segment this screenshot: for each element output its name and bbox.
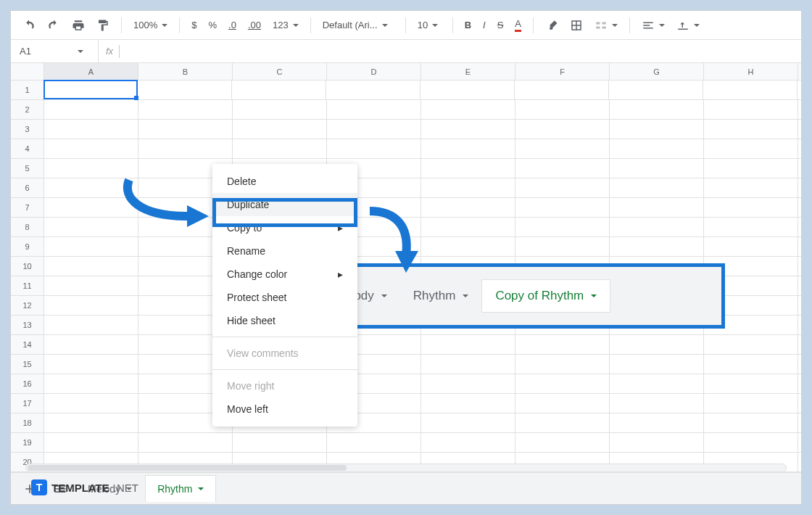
cell[interactable] xyxy=(703,81,798,99)
cell[interactable] xyxy=(704,159,798,178)
cell[interactable] xyxy=(704,335,798,354)
cell[interactable] xyxy=(421,394,515,413)
cell[interactable] xyxy=(326,81,420,99)
cell[interactable] xyxy=(420,81,515,99)
percent-button[interactable]: % xyxy=(204,17,221,33)
row-header-11[interactable]: 11 xyxy=(11,276,44,295)
text-color-button[interactable]: A xyxy=(510,15,526,35)
cell[interactable] xyxy=(704,198,798,217)
redo-button[interactable] xyxy=(43,16,65,35)
cell[interactable] xyxy=(44,276,138,295)
select-all-corner[interactable] xyxy=(11,63,44,80)
formula-input[interactable] xyxy=(125,46,415,57)
cell[interactable] xyxy=(44,296,138,315)
column-header-D[interactable]: D xyxy=(327,63,421,80)
row-header-13[interactable]: 13 xyxy=(11,316,44,334)
cell[interactable] xyxy=(610,159,704,178)
cell[interactable] xyxy=(610,413,704,432)
column-header-E[interactable]: E xyxy=(421,63,515,80)
cell[interactable] xyxy=(515,178,610,197)
cell[interactable] xyxy=(610,120,704,139)
strikethrough-button[interactable]: S xyxy=(493,17,508,33)
cell[interactable] xyxy=(138,81,232,99)
cell[interactable] xyxy=(610,100,704,119)
cell[interactable] xyxy=(233,433,327,452)
cell[interactable] xyxy=(138,100,233,119)
cell[interactable] xyxy=(44,316,138,334)
cell[interactable] xyxy=(610,394,704,413)
cell[interactable] xyxy=(704,178,798,197)
cell[interactable] xyxy=(515,335,610,354)
cell[interactable] xyxy=(515,120,610,139)
row-header-16[interactable]: 16 xyxy=(11,374,44,393)
cell[interactable] xyxy=(138,433,233,452)
row-header-7[interactable]: 7 xyxy=(11,198,44,217)
column-header-F[interactable]: F xyxy=(515,63,610,80)
cell[interactable] xyxy=(44,257,138,276)
cell[interactable] xyxy=(44,237,138,256)
cell[interactable] xyxy=(421,159,515,178)
cell[interactable] xyxy=(704,100,798,119)
cell[interactable] xyxy=(421,218,515,236)
cell[interactable] xyxy=(610,355,704,374)
menu-duplicate[interactable]: Duplicate xyxy=(212,193,357,216)
row-header-5[interactable]: 5 xyxy=(11,159,44,178)
cell[interactable] xyxy=(515,139,610,158)
cell[interactable] xyxy=(44,139,138,158)
cell[interactable] xyxy=(44,374,138,393)
cell[interactable] xyxy=(232,81,326,99)
row-header-4[interactable]: 4 xyxy=(11,139,44,158)
cell[interactable] xyxy=(515,433,610,452)
cell[interactable] xyxy=(421,120,515,139)
cell[interactable] xyxy=(44,80,138,99)
cell[interactable] xyxy=(44,159,138,178)
cell[interactable] xyxy=(233,100,327,119)
menu-move-left[interactable]: Move left xyxy=(212,397,357,421)
cell[interactable] xyxy=(704,139,798,158)
cell[interactable] xyxy=(704,218,798,236)
menu-hide-sheet[interactable]: Hide sheet xyxy=(212,309,357,332)
cell[interactable] xyxy=(610,237,704,256)
cell[interactable] xyxy=(704,237,798,256)
row-header-8[interactable]: 8 xyxy=(11,218,44,236)
zoom-dropdown[interactable]: 100% xyxy=(129,17,172,33)
cell[interactable] xyxy=(421,355,515,374)
cell[interactable] xyxy=(421,335,515,354)
cell[interactable] xyxy=(421,237,515,256)
menu-change-color[interactable]: Change color▸ xyxy=(212,263,357,286)
cell[interactable] xyxy=(44,355,138,374)
cell[interactable] xyxy=(515,100,610,119)
increase-decimal-button[interactable]: .00 xyxy=(244,17,265,33)
cell[interactable] xyxy=(138,120,233,139)
sheet-tab-rhythm[interactable]: Rhythm xyxy=(145,475,216,502)
cell[interactable] xyxy=(421,374,515,393)
borders-button[interactable] xyxy=(566,16,587,35)
row-header-2[interactable]: 2 xyxy=(11,100,44,119)
fontsize-dropdown[interactable]: 10 xyxy=(413,17,445,33)
cell[interactable] xyxy=(44,100,138,119)
more-formats-dropdown[interactable]: 123 xyxy=(268,17,303,33)
cell[interactable] xyxy=(44,433,138,452)
cell[interactable] xyxy=(610,433,704,452)
cell[interactable] xyxy=(421,178,515,197)
menu-rename[interactable]: Rename xyxy=(212,239,357,263)
horizontal-scrollbar[interactable] xyxy=(25,464,787,472)
italic-button[interactable]: I xyxy=(478,17,490,33)
cell[interactable] xyxy=(704,413,798,432)
cell[interactable] xyxy=(515,355,610,374)
name-box[interactable]: A1 xyxy=(15,46,88,57)
cell[interactable] xyxy=(327,433,421,452)
print-button[interactable] xyxy=(67,16,89,35)
menu-delete[interactable]: Delete xyxy=(212,170,357,193)
decrease-decimal-button[interactable]: .0 xyxy=(224,17,241,33)
cell[interactable] xyxy=(44,120,138,139)
cell[interactable] xyxy=(421,433,515,452)
cell[interactable] xyxy=(610,139,704,158)
bold-button[interactable]: B xyxy=(460,17,476,33)
cell[interactable] xyxy=(138,139,233,158)
cell[interactable] xyxy=(704,355,798,374)
cell[interactable] xyxy=(704,433,798,452)
row-header-12[interactable]: 12 xyxy=(11,296,44,315)
row-header-14[interactable]: 14 xyxy=(11,335,44,354)
row-header-17[interactable]: 17 xyxy=(11,394,44,413)
